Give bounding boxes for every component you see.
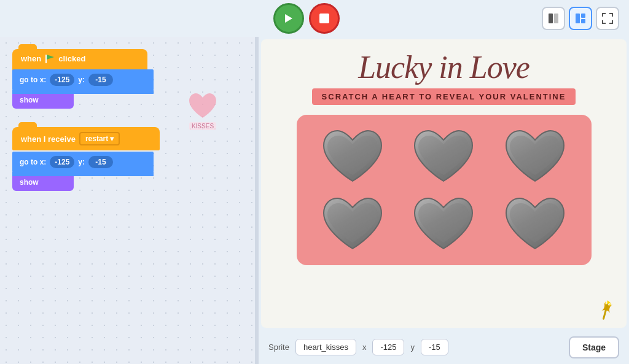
bottom-bar: Sprite heart_kisses x -125 y -15 Stage	[259, 330, 629, 364]
stage-panel: Lucky in Love SCRATCH A HEART TO REVEAL …	[259, 37, 629, 364]
goto-xy-block-1[interactable]: go to x: -125 y: -15	[12, 69, 154, 90]
svg-rect-3	[581, 14, 585, 18]
stage-button[interactable]: Stage	[569, 336, 619, 358]
heart-svg-1	[319, 127, 386, 185]
svg-line-7	[598, 304, 612, 319]
sprite-name-value: heart_kisses	[295, 339, 356, 355]
scratch-heart-4[interactable]	[312, 195, 394, 253]
svg-line-9	[609, 303, 611, 306]
top-toolbar	[0, 0, 629, 37]
show-text-1: show	[20, 96, 39, 104]
svg-rect-0	[549, 14, 553, 23]
x-coord-value: -125	[372, 339, 404, 355]
sprite-info: Sprite heart_kisses x -125 y -15	[268, 339, 561, 355]
flag-icon-small	[45, 55, 55, 63]
heart-svg-2	[410, 127, 477, 185]
game-title: Lucky in Love	[358, 52, 529, 83]
fullscreen-icon	[602, 13, 613, 24]
restart-label: restart	[85, 134, 108, 143]
y-value-2[interactable]: -15	[88, 156, 113, 168]
show-text-2: show	[20, 178, 39, 187]
x-value-2[interactable]: -125	[50, 156, 74, 168]
game-subtitle: SCRATCH A HEART TO REVEAL YOUR VALENTINE	[312, 88, 576, 105]
stop-icon	[319, 14, 329, 23]
receive-tag[interactable]: restart ▾	[79, 132, 120, 145]
when-receive-text: when I receive	[21, 134, 76, 144]
fullscreen-button[interactable]	[596, 7, 619, 30]
flag-icon	[285, 14, 292, 23]
block-stack-2: when I receive restart ▾ go to x: -125 y…	[12, 127, 160, 191]
heart-svg-6	[501, 195, 569, 253]
y-label-2: y:	[78, 158, 85, 166]
magic-wand-icon	[593, 298, 619, 323]
heart-svg-4	[319, 195, 386, 253]
goto-text-2: go to x:	[20, 158, 46, 166]
layout-button-1[interactable]	[542, 7, 565, 30]
y-coord-value: -15	[421, 339, 448, 355]
layout-1-icon	[548, 13, 559, 24]
svg-rect-2	[576, 14, 580, 23]
x-value-1[interactable]: -125	[50, 74, 74, 86]
y-label-1: y:	[78, 76, 85, 84]
y-label: y	[410, 343, 415, 352]
go-button[interactable]	[273, 3, 304, 34]
hearts-grid	[312, 127, 576, 253]
toolbar-right	[542, 7, 619, 30]
scratch-heart-5[interactable]	[403, 195, 485, 253]
svg-rect-1	[554, 14, 558, 23]
code-panel: KISSES when clicked go to x: -125	[0, 37, 255, 364]
y-value-1[interactable]: -15	[88, 74, 113, 86]
svg-rect-4	[581, 19, 585, 23]
hearts-grid-container	[297, 115, 592, 265]
when-text: when	[21, 54, 41, 63]
show-block-2[interactable]: show	[12, 174, 74, 191]
scratch-heart-2[interactable]	[403, 127, 485, 185]
main-content: KISSES when clicked go to x: -125	[0, 37, 629, 364]
show-block-1[interactable]: show	[12, 91, 74, 109]
dropdown-arrow-icon: ▾	[110, 134, 114, 143]
scratch-heart-6[interactable]	[494, 195, 576, 253]
scratch-heart-1[interactable]	[312, 127, 394, 185]
block-stack-1: when clicked go to x: -125 y: -15	[12, 49, 154, 109]
clicked-text: clicked	[58, 54, 85, 63]
kisses-heart-sprite	[187, 92, 218, 120]
wand-icon: ✦	[596, 296, 618, 320]
stop-button[interactable]	[309, 3, 340, 34]
svg-rect-5	[45, 55, 47, 63]
when-receive-hat-block[interactable]: when I receive restart ▾	[12, 127, 160, 150]
sprite-label: Sprite	[268, 343, 289, 352]
toolbar-center	[273, 3, 340, 34]
goto-text-1: go to x:	[20, 76, 46, 84]
layout-2-icon	[575, 13, 586, 24]
block-group-when-receive: when I receive restart ▾ go to x: -125 y…	[12, 127, 243, 191]
heart-svg-3	[501, 127, 569, 185]
svg-line-10	[605, 302, 607, 304]
svg-marker-6	[47, 55, 54, 60]
stage-area: Lucky in Love SCRATCH A HEART TO REVEAL …	[261, 39, 627, 328]
kisses-label: KISSES	[189, 122, 216, 130]
scratch-heart-3[interactable]	[494, 127, 576, 185]
when-flag-hat-block[interactable]: when clicked	[12, 49, 147, 68]
sprite-kisses-indicator: KISSES	[187, 92, 218, 130]
goto-xy-block-2[interactable]: go to x: -125 y: -15	[12, 152, 154, 172]
layout-button-2[interactable]	[569, 7, 592, 30]
x-label: x	[362, 343, 367, 352]
heart-svg-5	[410, 195, 477, 253]
stage-canvas: Lucky in Love SCRATCH A HEART TO REVEAL …	[261, 39, 627, 328]
